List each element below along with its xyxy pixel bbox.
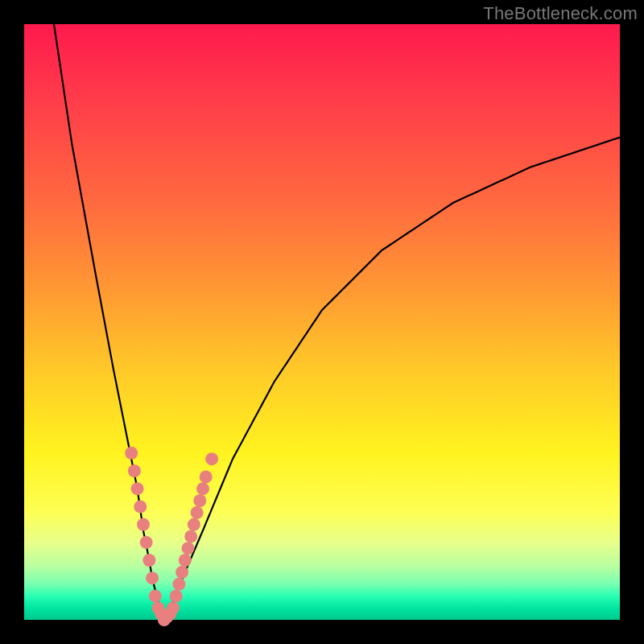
data-point xyxy=(191,506,204,519)
data-point xyxy=(131,482,144,495)
curve-layer xyxy=(54,24,620,620)
data-point xyxy=(172,578,185,591)
data-point xyxy=(134,500,147,513)
data-point xyxy=(184,530,197,543)
data-point xyxy=(149,589,162,602)
data-point xyxy=(128,464,141,477)
chart-svg xyxy=(24,24,620,620)
chart-frame: TheBottleneck.com xyxy=(0,0,644,644)
data-point xyxy=(193,494,206,507)
data-point xyxy=(175,566,188,579)
data-point xyxy=(182,542,195,555)
dot-layer xyxy=(125,447,218,626)
data-point xyxy=(196,482,209,495)
data-point xyxy=(205,452,218,465)
data-point xyxy=(170,589,183,602)
data-point xyxy=(142,554,155,567)
plot-area xyxy=(24,24,620,620)
data-point xyxy=(137,518,150,531)
data-point xyxy=(167,601,180,614)
data-point xyxy=(188,518,200,531)
data-point xyxy=(179,554,192,567)
data-point xyxy=(200,470,213,483)
watermark-text: TheBottleneck.com xyxy=(483,3,638,24)
data-point xyxy=(125,447,138,460)
data-point xyxy=(140,536,153,549)
curve-left-branch xyxy=(54,24,164,620)
curve-right-branch xyxy=(164,138,620,620)
data-point xyxy=(146,572,159,584)
